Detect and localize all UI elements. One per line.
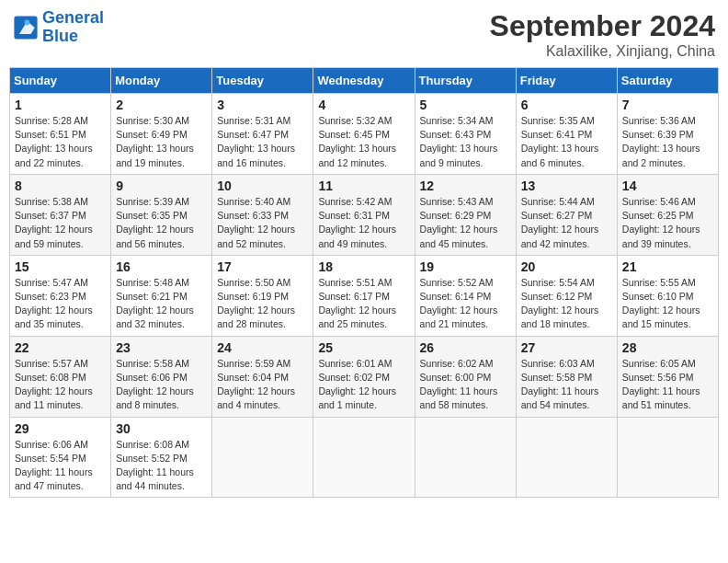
day-number: 30	[116, 421, 207, 436]
day-number: 11	[318, 178, 409, 193]
day-info: Sunrise: 6:06 AM Sunset: 5:54 PM Dayligh…	[15, 438, 106, 494]
calendar-cell: 8Sunrise: 5:38 AM Sunset: 6:37 PM Daylig…	[10, 174, 111, 255]
day-header: Sunday	[10, 68, 111, 94]
calendar-cell	[415, 417, 516, 498]
calendar-cell: 23Sunrise: 5:58 AM Sunset: 6:06 PM Dayli…	[111, 336, 212, 417]
day-info: Sunrise: 5:47 AM Sunset: 6:23 PM Dayligh…	[15, 276, 106, 332]
day-number: 5	[420, 98, 511, 112]
day-number: 24	[217, 340, 308, 355]
day-number: 23	[116, 340, 207, 355]
calendar-cell: 13Sunrise: 5:44 AM Sunset: 6:27 PM Dayli…	[516, 174, 617, 255]
day-header: Monday	[111, 68, 212, 94]
day-number: 16	[116, 259, 207, 274]
day-number: 17	[217, 259, 308, 274]
calendar-cell: 14Sunrise: 5:46 AM Sunset: 6:25 PM Dayli…	[617, 174, 718, 255]
calendar-cell: 15Sunrise: 5:47 AM Sunset: 6:23 PM Dayli…	[10, 255, 111, 336]
calendar-cell: 28Sunrise: 6:05 AM Sunset: 5:56 PM Dayli…	[617, 336, 718, 417]
calendar: SundayMondayTuesdayWednesdayThursdayFrid…	[9, 67, 719, 498]
calendar-cell: 5Sunrise: 5:34 AM Sunset: 6:43 PM Daylig…	[415, 94, 516, 175]
day-number: 7	[622, 98, 713, 112]
day-info: Sunrise: 5:57 AM Sunset: 6:08 PM Dayligh…	[15, 357, 106, 413]
day-info: Sunrise: 5:58 AM Sunset: 6:06 PM Dayligh…	[116, 357, 207, 413]
day-number: 10	[217, 178, 308, 193]
calendar-cell: 4Sunrise: 5:32 AM Sunset: 6:45 PM Daylig…	[313, 94, 415, 175]
day-number: 14	[622, 178, 713, 193]
calendar-cell: 18Sunrise: 5:51 AM Sunset: 6:17 PM Dayli…	[313, 255, 415, 336]
calendar-cell: 11Sunrise: 5:42 AM Sunset: 6:31 PM Dayli…	[313, 174, 415, 255]
calendar-cell: 30Sunrise: 6:08 AM Sunset: 5:52 PM Dayli…	[111, 417, 212, 498]
day-info: Sunrise: 5:31 AM Sunset: 6:47 PM Dayligh…	[217, 114, 308, 170]
day-info: Sunrise: 5:40 AM Sunset: 6:33 PM Dayligh…	[217, 195, 308, 251]
calendar-cell: 16Sunrise: 5:48 AM Sunset: 6:21 PM Dayli…	[111, 255, 212, 336]
day-info: Sunrise: 5:51 AM Sunset: 6:17 PM Dayligh…	[318, 276, 409, 332]
calendar-cell: 17Sunrise: 5:50 AM Sunset: 6:19 PM Dayli…	[212, 255, 313, 336]
calendar-cell: 7Sunrise: 5:36 AM Sunset: 6:39 PM Daylig…	[617, 94, 718, 175]
calendar-cell: 3Sunrise: 5:31 AM Sunset: 6:47 PM Daylig…	[212, 94, 313, 175]
day-number: 25	[318, 340, 409, 355]
day-info: Sunrise: 5:32 AM Sunset: 6:45 PM Dayligh…	[318, 114, 409, 170]
day-header: Thursday	[415, 68, 516, 94]
calendar-cell: 26Sunrise: 6:02 AM Sunset: 6:00 PM Dayli…	[415, 336, 516, 417]
day-info: Sunrise: 5:52 AM Sunset: 6:14 PM Dayligh…	[420, 276, 511, 332]
day-number: 13	[521, 178, 612, 193]
day-number: 2	[116, 98, 207, 112]
calendar-cell: 9Sunrise: 5:39 AM Sunset: 6:35 PM Daylig…	[111, 174, 212, 255]
day-number: 19	[420, 259, 511, 274]
calendar-cell: 19Sunrise: 5:52 AM Sunset: 6:14 PM Dayli…	[415, 255, 516, 336]
day-info: Sunrise: 5:28 AM Sunset: 6:51 PM Dayligh…	[15, 114, 106, 170]
day-number: 6	[521, 98, 612, 112]
day-info: Sunrise: 6:03 AM Sunset: 5:58 PM Dayligh…	[521, 357, 612, 413]
day-number: 29	[15, 421, 106, 436]
day-number: 1	[15, 98, 106, 112]
day-info: Sunrise: 5:50 AM Sunset: 6:19 PM Dayligh…	[217, 276, 308, 332]
logo: General Blue	[13, 9, 104, 46]
day-info: Sunrise: 5:55 AM Sunset: 6:10 PM Dayligh…	[622, 276, 713, 332]
day-header: Wednesday	[313, 68, 415, 94]
calendar-cell	[212, 417, 313, 498]
calendar-cell: 1Sunrise: 5:28 AM Sunset: 6:51 PM Daylig…	[10, 94, 111, 175]
title-area: September 2024 Kalaxilike, Xinjiang, Chi…	[490, 9, 715, 60]
calendar-cell: 24Sunrise: 5:59 AM Sunset: 6:04 PM Dayli…	[212, 336, 313, 417]
day-info: Sunrise: 6:08 AM Sunset: 5:52 PM Dayligh…	[116, 438, 207, 494]
day-number: 28	[622, 340, 713, 355]
month-title: September 2024	[490, 9, 715, 43]
day-number: 3	[217, 98, 308, 112]
calendar-cell	[516, 417, 617, 498]
day-info: Sunrise: 5:44 AM Sunset: 6:27 PM Dayligh…	[521, 195, 612, 251]
calendar-cell	[617, 417, 718, 498]
day-info: Sunrise: 5:59 AM Sunset: 6:04 PM Dayligh…	[217, 357, 308, 413]
day-info: Sunrise: 5:36 AM Sunset: 6:39 PM Dayligh…	[622, 114, 713, 170]
day-number: 21	[622, 259, 713, 274]
calendar-cell: 12Sunrise: 5:43 AM Sunset: 6:29 PM Dayli…	[415, 174, 516, 255]
day-number: 26	[420, 340, 511, 355]
day-info: Sunrise: 5:35 AM Sunset: 6:41 PM Dayligh…	[521, 114, 612, 170]
day-info: Sunrise: 6:02 AM Sunset: 6:00 PM Dayligh…	[420, 357, 511, 413]
day-number: 9	[116, 178, 207, 193]
calendar-cell: 20Sunrise: 5:54 AM Sunset: 6:12 PM Dayli…	[516, 255, 617, 336]
calendar-cell: 10Sunrise: 5:40 AM Sunset: 6:33 PM Dayli…	[212, 174, 313, 255]
calendar-cell	[313, 417, 415, 498]
day-header: Saturday	[617, 68, 718, 94]
calendar-cell: 25Sunrise: 6:01 AM Sunset: 6:02 PM Dayli…	[313, 336, 415, 417]
day-header: Tuesday	[212, 68, 313, 94]
calendar-cell: 6Sunrise: 5:35 AM Sunset: 6:41 PM Daylig…	[516, 94, 617, 175]
day-number: 12	[420, 178, 511, 193]
day-number: 18	[318, 259, 409, 274]
day-info: Sunrise: 6:05 AM Sunset: 5:56 PM Dayligh…	[622, 357, 713, 413]
day-info: Sunrise: 5:42 AM Sunset: 6:31 PM Dayligh…	[318, 195, 409, 251]
day-info: Sunrise: 5:43 AM Sunset: 6:29 PM Dayligh…	[420, 195, 511, 251]
svg-point-2	[25, 19, 30, 25]
day-info: Sunrise: 5:34 AM Sunset: 6:43 PM Dayligh…	[420, 114, 511, 170]
calendar-cell: 27Sunrise: 6:03 AM Sunset: 5:58 PM Dayli…	[516, 336, 617, 417]
calendar-cell: 21Sunrise: 5:55 AM Sunset: 6:10 PM Dayli…	[617, 255, 718, 336]
day-info: Sunrise: 5:39 AM Sunset: 6:35 PM Dayligh…	[116, 195, 207, 251]
day-info: Sunrise: 5:46 AM Sunset: 6:25 PM Dayligh…	[622, 195, 713, 251]
day-number: 27	[521, 340, 612, 355]
logo-text: General Blue	[42, 9, 104, 46]
day-info: Sunrise: 5:38 AM Sunset: 6:37 PM Dayligh…	[15, 195, 106, 251]
calendar-cell: 22Sunrise: 5:57 AM Sunset: 6:08 PM Dayli…	[10, 336, 111, 417]
day-number: 20	[521, 259, 612, 274]
day-info: Sunrise: 5:48 AM Sunset: 6:21 PM Dayligh…	[116, 276, 207, 332]
day-header: Friday	[516, 68, 617, 94]
day-number: 4	[318, 98, 409, 112]
